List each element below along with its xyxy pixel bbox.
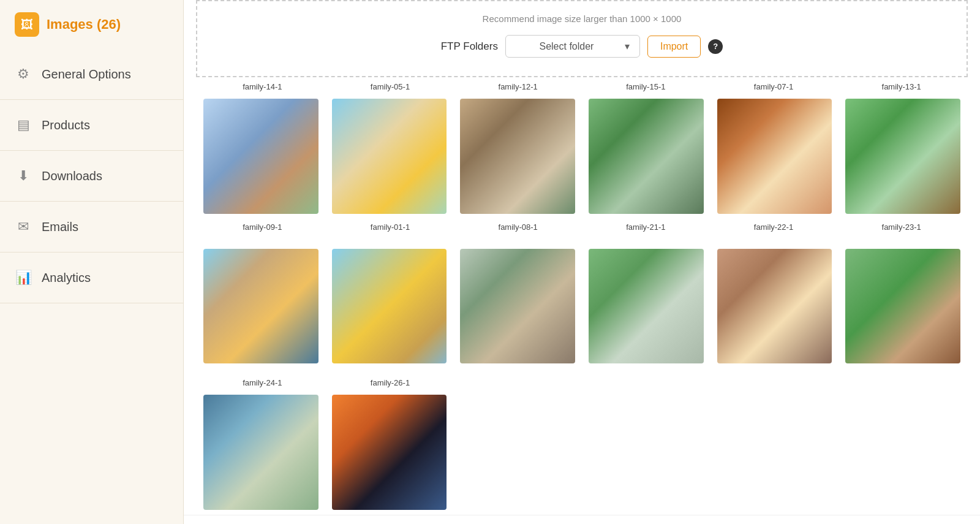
analytics-icon: 📊 [15,270,32,286]
sidebar-item-downloads[interactable]: ⬇ Downloads [0,151,183,202]
image-name-family-24-1: family-24-1 [198,373,326,390]
image-name-family-01-1: family-01-1 [326,221,454,235]
image-cell-family-09-1[interactable] [198,244,323,369]
row3-top-names: family-24-1 family-26-1 [196,373,968,390]
image-cell-family-26-1[interactable] [327,390,452,515]
image-name-family-12-1: family-12-1 [454,77,582,94]
image-cell-family-14-1[interactable] [198,94,323,219]
image-cell-family-23-1[interactable] [840,244,965,369]
image-cell-family-12-1[interactable] [455,94,580,219]
image-cell-family-24-1[interactable] [198,390,323,515]
upload-zone: Recommend image size larger than 1000 × … [196,0,968,77]
row2-photos [196,244,968,369]
image-name-family-07-1: family-07-1 [710,77,838,94]
photo-family-13-1 [845,99,960,214]
download-icon: ⬇ [15,168,32,184]
import-button[interactable]: Import [647,36,701,58]
images-grid-section: family-14-1 family-05-1 family-12-1 fami… [184,77,980,515]
images-icon: 🖼 [15,12,39,37]
sidebar-title: Images (26) [47,17,121,32]
email-icon: ✉ [15,219,32,235]
image-cell-family-22-1[interactable] [712,244,837,369]
row1-top-names: family-14-1 family-05-1 family-12-1 fami… [196,77,968,94]
photo-family-14-1 [203,99,318,214]
sidebar-item-label-products: Products [42,118,90,132]
image-name-family-21-1: family-21-1 [582,221,710,235]
row1-photos [196,94,968,219]
folder-select[interactable]: Select folder ▾ [505,35,640,58]
sidebar-item-label-emails: Emails [42,220,78,234]
photo-family-08-1 [460,249,575,364]
image-cell-family-01-1[interactable] [327,244,452,369]
ftp-row: FTP Folders Select folder ▾ Import ? [222,35,942,58]
image-cell-family-08-1[interactable] [455,244,580,369]
gear-icon: ⚙ [15,66,32,82]
image-name-family-26-1: family-26-1 [326,373,454,390]
recommend-text: Recommend image size larger than 1000 × … [222,13,942,24]
image-name-family-08-1: family-08-1 [454,221,582,235]
photo-family-21-1 [589,249,704,364]
row1-bottom-names: family-09-1 family-01-1 family-08-1 fami… [196,221,968,235]
image-name-family-15-1: family-15-1 [582,77,710,94]
chevron-down-icon: ▾ [625,40,630,52]
image-name-family-23-1: family-23-1 [837,221,965,235]
image-cell-family-21-1[interactable] [584,244,709,369]
products-icon: ▤ [15,117,32,133]
photo-family-24-1 [203,395,318,510]
photo-family-07-1 [717,99,832,214]
sidebar-item-analytics[interactable]: 📊 Analytics [0,253,183,303]
sidebar-item-label-general-options: General Options [42,67,131,82]
photo-family-12-1 [460,99,575,214]
sidebar-header: 🖼 Images (26) [0,0,183,49]
photo-family-01-1 [332,249,447,364]
image-name-family-14-1: family-14-1 [198,77,326,94]
image-cell-family-05-1[interactable] [327,94,452,219]
image-name-family-13-1: family-13-1 [837,77,965,94]
bottom-bar: Select all images Showing 20 of 26 image… [184,515,980,524]
sidebar-item-products[interactable]: ▤ Products [0,100,183,151]
image-name-family-05-1: family-05-1 [326,77,454,94]
sidebar: 🖼 Images (26) ⚙ General Options ▤ Produc… [0,0,184,524]
top-bar: Recommend image size larger than 1000 × … [197,1,967,70]
photo-family-05-1 [332,99,447,214]
row3-photos [196,390,968,515]
sidebar-item-label-analytics: Analytics [42,271,91,285]
image-name-family-22-1: family-22-1 [710,221,838,235]
image-cell-family-07-1[interactable] [712,94,837,219]
folder-select-text: Select folder [516,41,617,52]
image-cell-family-13-1[interactable] [840,94,965,219]
image-cell-family-15-1[interactable] [584,94,709,219]
image-name-family-09-1: family-09-1 [198,221,326,235]
main-content: Recommend image size larger than 1000 × … [184,0,980,524]
photo-family-22-1 [717,249,832,364]
ftp-label: FTP Folders [441,40,498,53]
help-icon[interactable]: ? [708,39,723,54]
photo-family-15-1 [589,99,704,214]
sidebar-item-label-downloads: Downloads [42,169,102,183]
photo-family-26-1 [332,395,447,510]
photo-family-23-1 [845,249,960,364]
sidebar-nav: ⚙ General Options ▤ Products ⬇ Downloads… [0,49,183,524]
sidebar-item-emails[interactable]: ✉ Emails [0,202,183,253]
photo-family-09-1 [203,249,318,364]
sidebar-item-general-options[interactable]: ⚙ General Options [0,49,183,100]
